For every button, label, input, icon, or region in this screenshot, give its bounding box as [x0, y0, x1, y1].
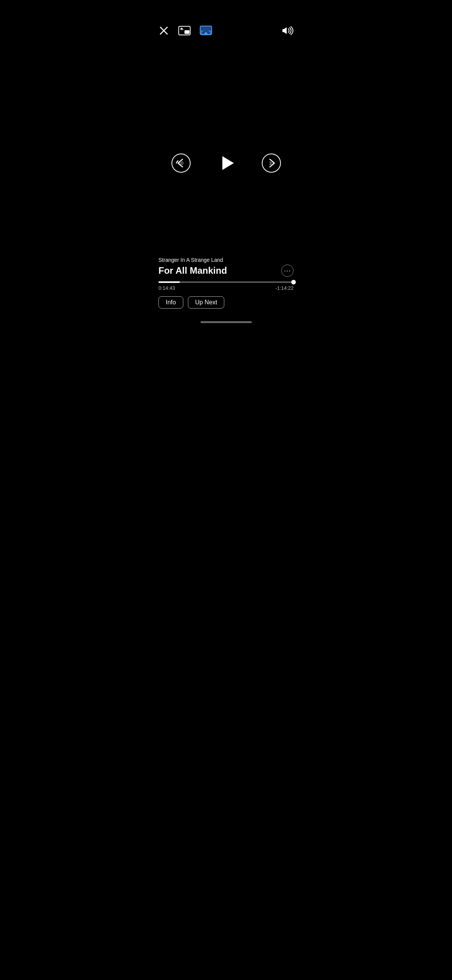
episode-label: Stranger In A Strange Land — [158, 257, 294, 263]
svg-marker-11 — [222, 156, 234, 170]
progress-fill — [158, 281, 180, 283]
pip-button[interactable] — [178, 25, 191, 36]
time-current: 0:14:43 — [158, 285, 175, 291]
bottom-buttons: Info Up Next — [158, 296, 294, 309]
rewind-icon: 10 — [170, 152, 192, 174]
close-icon — [160, 26, 168, 35]
volume-button[interactable] — [282, 26, 294, 35]
forward-icon: 10 — [261, 152, 282, 174]
svg-rect-3 — [184, 30, 189, 34]
forward-button[interactable]: 10 — [261, 152, 282, 174]
svg-text:10: 10 — [178, 161, 183, 165]
airplay-icon — [200, 26, 212, 36]
airplay-button[interactable] — [200, 25, 212, 36]
play-button[interactable] — [215, 152, 238, 175]
pip-icon — [178, 26, 191, 36]
playback-controls: 10 10 — [170, 152, 282, 175]
progress-container[interactable] — [158, 281, 294, 283]
show-title: For All Mankind — [158, 265, 227, 276]
rewind-button[interactable]: 10 — [170, 152, 192, 174]
up-next-tab-button[interactable]: Up Next — [188, 296, 225, 309]
time-remaining: -1:14:22 — [275, 285, 294, 291]
time-row: 0:14:43 -1:14:22 — [158, 285, 294, 291]
more-options-button[interactable]: ··· — [281, 265, 294, 277]
close-button[interactable] — [158, 25, 169, 36]
volume-icon — [282, 26, 294, 35]
show-info: Stranger In A Strange Land For All Manki… — [158, 257, 294, 277]
progress-thumb — [291, 280, 296, 284]
play-icon — [216, 153, 236, 173]
bottom-area: Stranger In A Strange Land For All Manki… — [151, 257, 301, 326]
top-controls-left — [158, 25, 212, 36]
progress-track[interactable] — [158, 281, 294, 283]
top-controls — [151, 19, 301, 42]
svg-text:10: 10 — [269, 161, 273, 165]
info-tab-button[interactable]: Info — [158, 296, 183, 309]
more-options-icon: ··· — [284, 267, 291, 274]
show-title-row: For All Mankind ··· — [158, 265, 294, 277]
